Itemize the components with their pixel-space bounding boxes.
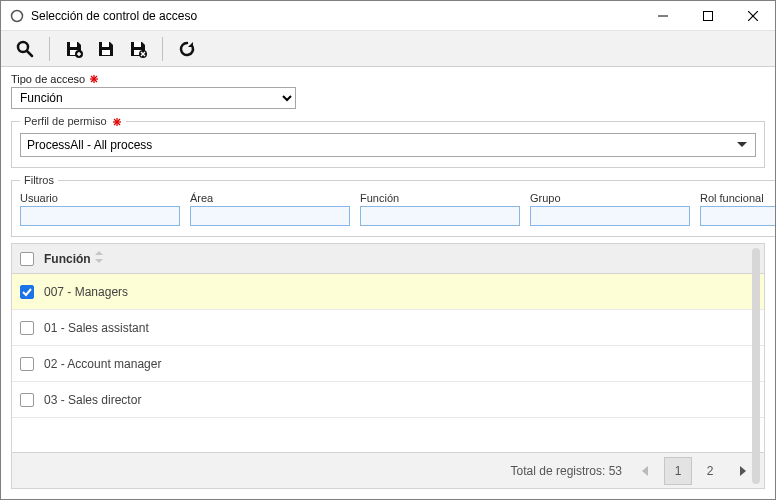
row-checkbox[interactable] — [20, 321, 34, 335]
svg-point-0 — [12, 10, 23, 21]
filters-fieldset: Filtros Usuario Área Función Grupo — [11, 174, 775, 237]
pager-page-1[interactable]: 1 — [664, 457, 692, 485]
filters-legend: Filtros — [20, 174, 58, 186]
row-label: 02 - Account manager — [44, 357, 161, 371]
sort-icon — [95, 251, 103, 266]
total-records-label: Total de registros: 53 — [511, 464, 622, 478]
row-label: 01 - Sales assistant — [44, 321, 149, 335]
table-header: Función — [12, 244, 764, 274]
svg-rect-7 — [70, 42, 77, 47]
required-icon — [89, 74, 99, 84]
filter-label-rol: Rol funcional — [700, 192, 775, 204]
table-body: 007 - Managers 01 - Sales assistant 02 -… — [12, 274, 764, 452]
filter-label-area: Área — [190, 192, 350, 204]
table-row[interactable]: 01 - Sales assistant — [12, 310, 764, 346]
row-label: 03 - Sales director — [44, 393, 141, 407]
filter-label-usuario: Usuario — [20, 192, 180, 204]
profile-fieldset: Perfil de permiso ProcessAll - All proce… — [11, 115, 765, 168]
filter-input-grupo[interactable] — [530, 206, 690, 226]
svg-rect-12 — [102, 42, 109, 47]
svg-line-4 — [748, 11, 758, 21]
access-type-field: Tipo de acceso Función — [11, 73, 765, 109]
pager-page-2[interactable]: 2 — [696, 457, 724, 485]
required-icon — [112, 117, 122, 127]
body: Tipo de acceso Función Perfil de permiso… — [1, 67, 775, 499]
titlebar: Selección de control de acceso — [1, 1, 775, 31]
save-button[interactable] — [92, 35, 120, 63]
svg-line-6 — [27, 51, 32, 56]
save-delete-button[interactable] — [124, 35, 152, 63]
chevron-down-icon — [735, 142, 749, 148]
profile-select[interactable]: ProcessAll - All process — [20, 133, 756, 157]
access-type-label: Tipo de acceso — [11, 73, 85, 85]
window: Selección de control de acceso — [0, 0, 776, 500]
svg-rect-14 — [134, 42, 141, 47]
access-type-select[interactable]: Función — [11, 87, 296, 109]
row-label: 007 - Managers — [44, 285, 128, 299]
row-checkbox[interactable] — [20, 357, 34, 371]
column-header-funcion[interactable]: Función — [44, 252, 91, 266]
filter-input-area[interactable] — [190, 206, 350, 226]
maximize-button[interactable] — [685, 1, 730, 30]
profile-value: ProcessAll - All process — [27, 138, 735, 152]
scrollbar[interactable] — [752, 248, 760, 484]
row-checkbox[interactable] — [20, 285, 34, 299]
row-checkbox[interactable] — [20, 393, 34, 407]
table-footer: Total de registros: 53 1 2 — [12, 452, 764, 488]
pager-prev-button[interactable] — [632, 457, 660, 485]
filter-input-rol[interactable] — [700, 206, 775, 226]
app-icon — [9, 8, 25, 24]
results-table: Función 007 - Managers 01 — [11, 243, 765, 489]
toolbar-divider — [162, 37, 163, 61]
window-title: Selección de control de acceso — [31, 9, 640, 23]
search-button[interactable] — [11, 35, 39, 63]
save-new-button[interactable] — [60, 35, 88, 63]
close-button[interactable] — [730, 1, 775, 30]
table-row[interactable]: 03 - Sales director — [12, 382, 764, 418]
select-all-checkbox[interactable] — [20, 252, 34, 266]
profile-legend: Perfil de permiso — [24, 115, 107, 127]
svg-line-3 — [748, 11, 758, 21]
filter-label-funcion: Función — [360, 192, 520, 204]
toolbar — [1, 31, 775, 67]
refresh-button[interactable] — [173, 35, 201, 63]
table-row[interactable]: 007 - Managers — [12, 274, 764, 310]
svg-rect-2 — [703, 11, 712, 20]
svg-rect-13 — [102, 50, 110, 55]
table-row[interactable]: 02 - Account manager — [12, 346, 764, 382]
filter-input-usuario[interactable] — [20, 206, 180, 226]
minimize-button[interactable] — [640, 1, 685, 30]
filter-label-grupo: Grupo — [530, 192, 690, 204]
filter-input-funcion[interactable] — [360, 206, 520, 226]
pager: 1 2 — [632, 457, 756, 485]
toolbar-divider — [49, 37, 50, 61]
